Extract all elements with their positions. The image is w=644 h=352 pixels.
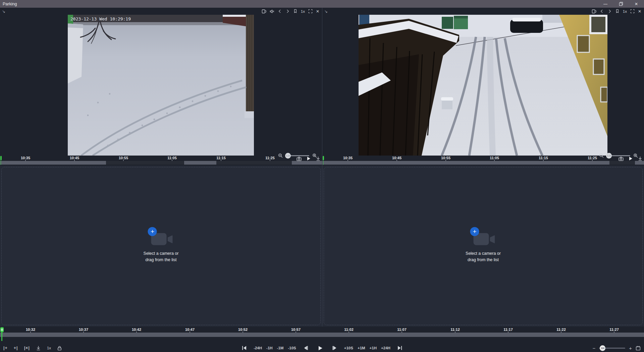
camera-2-timeline[interactable]: 10:35 10:45 10:55 11:05 11:15 11:25 xyxy=(322,156,644,161)
jump-forward-24h-button[interactable]: +24H xyxy=(381,346,390,350)
jump-back-1m-button[interactable]: -1M xyxy=(277,346,284,350)
add-cell-right-button[interactable]: +| xyxy=(14,346,18,350)
camera-1-scene: 2023-12-13 Wed 10:29:19 xyxy=(68,15,254,156)
timeline-tick-label: 11:15 xyxy=(539,156,548,160)
jump-back-24h-button[interactable]: -24H xyxy=(254,346,262,350)
camera-1-timeline[interactable]: 10:35 10:45 10:55 11:05 11:15 11:25 xyxy=(0,156,322,161)
jump-forward-10s-button[interactable]: +10S xyxy=(344,346,353,350)
playback-toolbar: |+ +| |×| 1x -24H -1H -1M -10S +10S +1M … xyxy=(0,344,644,352)
lock-icon[interactable] xyxy=(57,346,62,351)
timeline-zoom-out-button[interactable]: − xyxy=(592,346,595,351)
empty-cell-placeholder: + Select a camera or drag from the list xyxy=(144,228,179,263)
playhead-marker[interactable] xyxy=(0,156,2,160)
timeline-tick-label: 11:05 xyxy=(490,156,499,160)
export-download-button[interactable] xyxy=(36,346,41,351)
video-zoom-control: 1.0 xyxy=(278,153,317,159)
fullscreen-button[interactable] xyxy=(630,9,635,13)
add-cell-left-button[interactable]: |+ xyxy=(3,346,8,350)
zoom-slider[interactable]: 1.0 xyxy=(607,155,630,156)
window-titlebar[interactable]: Parking — ✕ xyxy=(0,0,644,8)
bookmark-button[interactable] xyxy=(293,9,298,13)
camera-lens-icon xyxy=(168,235,173,243)
jump-forward-1h-button[interactable]: +1H xyxy=(370,346,377,350)
scrub-gap-segment xyxy=(106,161,184,165)
zoom-out-icon[interactable] xyxy=(599,153,604,158)
panel-speed-label[interactable]: 1x xyxy=(301,9,305,13)
camera-panel-2-toolbar: 1x ✕ xyxy=(592,9,644,14)
video-zoom-control: 1.0 xyxy=(599,153,638,159)
scrub-gap-segment xyxy=(609,161,635,165)
fullscreen-button[interactable] xyxy=(308,9,313,13)
global-speed-label[interactable]: 1x xyxy=(47,346,51,350)
layout-panel-icon[interactable] xyxy=(592,9,596,14)
timeline-tick-label: 11:02 xyxy=(344,328,354,332)
camera-video-1[interactable]: 2023-12-13 Wed 10:29:19 xyxy=(68,15,254,156)
zoom-in-icon[interactable] xyxy=(312,153,317,158)
step-back-button[interactable] xyxy=(303,345,308,351)
minimize-button[interactable]: — xyxy=(598,0,613,8)
download-button[interactable] xyxy=(638,156,643,161)
timeline-tick-label: 10:57 xyxy=(291,328,301,332)
placeholder-line-2: drag from the list xyxy=(466,257,501,263)
step-forward-button[interactable] xyxy=(332,345,337,351)
close-panel-button[interactable]: ✕ xyxy=(638,9,641,13)
skip-to-start-button[interactable] xyxy=(241,345,247,351)
camera-video-2[interactable] xyxy=(359,15,607,156)
master-scrub-bar[interactable] xyxy=(0,333,644,337)
skip-to-end-button[interactable] xyxy=(397,345,402,351)
audio-muted-icon[interactable] xyxy=(270,9,274,14)
jump-forward-1m-button[interactable]: +1M xyxy=(358,346,365,350)
close-button[interactable]: ✕ xyxy=(629,0,644,8)
timeline-tick-label: 11:27 xyxy=(609,328,619,332)
calendar-button[interactable] xyxy=(636,346,641,351)
camera-placeholder-icon: + xyxy=(149,228,173,247)
jump-back-1h-button[interactable]: -1H xyxy=(266,346,273,350)
prev-camera-button[interactable] xyxy=(278,9,282,13)
empty-camera-cell-2[interactable]: + Select a camera or drag from the list xyxy=(322,166,644,327)
restore-button[interactable] xyxy=(613,0,629,8)
camera-placeholder-icon: + xyxy=(471,228,495,247)
camera-panel-1: ↘ 1x ✕ xyxy=(0,8,322,165)
camera-2-scrub-bar[interactable] xyxy=(322,161,644,165)
layout-panel-icon[interactable] xyxy=(262,9,266,14)
next-camera-button[interactable] xyxy=(285,9,290,13)
timeline-tick-label: 10:37 xyxy=(79,328,88,332)
pane-resize-icon[interactable]: ↘ xyxy=(0,9,5,13)
close-panel-button[interactable]: ✕ xyxy=(316,9,319,13)
camera-panel-2-header: ↘ 1x ✕ xyxy=(322,8,644,15)
jump-back-10s-button[interactable]: -10S xyxy=(288,346,296,350)
timeline-zoom-in-button[interactable]: + xyxy=(629,346,632,351)
timeline-tick-label: 11:25 xyxy=(588,156,597,160)
placeholder-message: Select a camera or drag from the list xyxy=(466,250,501,263)
zoom-in-icon[interactable] xyxy=(633,153,638,158)
empty-camera-cell-1[interactable]: + Select a camera or drag from the list xyxy=(0,166,322,327)
timeline-tick-label: 11:22 xyxy=(556,328,566,332)
zoom-slider[interactable]: 1.0 xyxy=(286,155,309,156)
vms-window: Parking — ✕ ↘ 1x ✕ xyxy=(0,0,644,352)
timeline-scale-slider[interactable]: 1H xyxy=(599,348,625,349)
camera-lens-icon xyxy=(490,235,495,243)
plus-icon: + xyxy=(473,228,476,235)
zoom-slider-handle[interactable]: 1.0 xyxy=(285,153,291,159)
bookmark-button[interactable] xyxy=(615,9,620,13)
master-playhead-pause[interactable] xyxy=(0,327,4,332)
camera-1-scrub-bar[interactable] xyxy=(0,161,322,165)
zoom-slider-handle[interactable]: 1.0 xyxy=(606,153,612,159)
pane-resize-icon[interactable]: ↘ xyxy=(322,9,328,13)
panel-speed-label[interactable]: 1x xyxy=(623,9,627,13)
playhead-line xyxy=(1,160,1,165)
zoom-out-icon[interactable] xyxy=(278,153,283,158)
playhead-marker[interactable] xyxy=(323,156,324,160)
master-timeline[interactable]: 10:32 10:37 10:42 10:47 10:52 10:57 11:0… xyxy=(0,327,644,333)
timeline-tick-label: 11:15 xyxy=(216,156,226,160)
timeline-tick-label: 10:32 xyxy=(26,328,35,332)
play-button[interactable] xyxy=(317,345,323,351)
remove-cell-button[interactable]: |×| xyxy=(24,346,30,350)
timeline-scale-handle[interactable]: 1H xyxy=(600,345,605,351)
timeline-tick-label: 10:55 xyxy=(441,156,450,160)
prev-camera-button[interactable] xyxy=(600,9,604,13)
timeline-tick-label: 11:25 xyxy=(265,156,275,160)
next-camera-button[interactable] xyxy=(607,9,612,13)
timeline-tick-label: 11:05 xyxy=(167,156,177,160)
camera-panel-2: ↘ 1x ✕ xyxy=(322,8,644,165)
